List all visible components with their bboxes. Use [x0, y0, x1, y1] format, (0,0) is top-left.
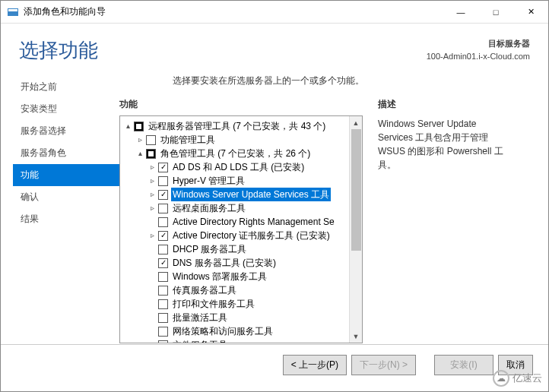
header: 选择功能 目标服务器 100-Admin01.i-x-Cloud.com: [1, 24, 548, 73]
tree-node[interactable]: 打印和文件服务工具: [120, 297, 362, 311]
expand-icon[interactable]: ▹: [148, 201, 157, 215]
checkbox[interactable]: [158, 286, 168, 296]
checkbox[interactable]: [146, 149, 156, 159]
tree-node-label: DNS 服务器工具 (已安装): [171, 256, 278, 270]
checkbox[interactable]: [158, 245, 168, 254]
expand-icon[interactable]: ▹: [148, 174, 157, 188]
tree-node[interactable]: ▹Active Directory 证书服务工具 (已安装): [120, 229, 362, 242]
checkbox[interactable]: [158, 231, 168, 241]
tree-node[interactable]: Windows 部署服务工具: [120, 270, 362, 283]
tree-node-label: DHCP 服务器工具: [171, 242, 248, 256]
tree-node[interactable]: ▹远程桌面服务工具: [120, 201, 362, 215]
checkbox[interactable]: [158, 327, 168, 337]
next-button[interactable]: 下一步(N) >: [351, 355, 416, 375]
nav-item-6[interactable]: 结果: [13, 208, 119, 230]
target-server-name: 100-Admin01.i-x-Cloud.com: [427, 50, 530, 63]
tree-node-label: 文件服务工具: [171, 338, 229, 343]
checkbox[interactable]: [158, 163, 168, 172]
wizard-nav: 开始之前安装类型服务器选择服务器角色功能确认结果: [13, 73, 119, 343]
checkbox[interactable]: [158, 190, 168, 200]
description-body: Windows Server Update Services 工具包含用于管理 …: [378, 117, 507, 172]
expand-icon[interactable]: ▴: [123, 119, 132, 133]
tree-scrollbar[interactable]: ▲ ▼: [349, 116, 362, 343]
tree-node-label: 角色管理工具 (7 个已安装，共 26 个): [159, 147, 312, 160]
tree-node-label: Windows Server Update Services 工具: [171, 188, 331, 201]
expand-icon[interactable]: ▹: [148, 160, 157, 174]
window-title: 添加角色和功能向导: [24, 5, 443, 18]
page-title: 选择功能: [19, 37, 98, 64]
tree-node-label: AD DS 和 AD LDS 工具 (已安装): [171, 160, 306, 174]
nav-item-2[interactable]: 服务器选择: [13, 120, 119, 142]
target-server-info: 目标服务器 100-Admin01.i-x-Cloud.com: [427, 37, 530, 62]
expand-icon[interactable]: ▴: [135, 147, 144, 160]
title-bar: 添加角色和功能向导 — □ ✕: [1, 1, 548, 24]
features-heading: 功能: [119, 98, 363, 111]
scroll-down-button[interactable]: ▼: [350, 330, 362, 343]
app-icon: [7, 6, 19, 18]
checkbox[interactable]: [158, 217, 168, 227]
tree-node-label: 远程服务器管理工具 (7 个已安装，共 43 个): [147, 119, 327, 133]
target-server-label: 目标服务器: [427, 37, 530, 50]
scroll-thumb[interactable]: [351, 129, 361, 251]
tree-node-label: Active Directory Rights Management Se: [171, 215, 336, 229]
tree-node[interactable]: ▴角色管理工具 (7 个已安装，共 26 个): [120, 147, 362, 160]
wizard-footer: < 上一步(P) 下一步(N) > 安装(I) 取消: [1, 344, 548, 391]
tree-node[interactable]: ▹功能管理工具: [120, 133, 362, 147]
tree-node[interactable]: DHCP 服务器工具: [120, 242, 362, 256]
watermark: ☁ 亿速云: [493, 370, 542, 387]
tree-node-label: 远程桌面服务工具: [171, 201, 247, 215]
description-heading: 描述: [378, 98, 507, 111]
instruction-text: 选择要安装在所选服务器上的一个或多个功能。: [173, 74, 536, 87]
tree-node-label: 批量激活工具: [171, 311, 229, 324]
tree-node[interactable]: ▹AD DS 和 AD LDS 工具 (已安装): [120, 160, 362, 174]
maximize-button[interactable]: □: [478, 1, 513, 24]
tree-node-label: 网络策略和访问服务工具: [171, 324, 274, 338]
tree-node[interactable]: ▹Hyper-V 管理工具: [120, 174, 362, 188]
checkbox[interactable]: [158, 176, 168, 186]
checkbox[interactable]: [158, 340, 168, 344]
tree-node[interactable]: ▹文件服务工具: [120, 338, 362, 343]
tree-node-label: 功能管理工具: [159, 133, 217, 147]
tree-node-label: 打印和文件服务工具: [171, 297, 256, 311]
expand-icon[interactable]: ▹: [148, 188, 157, 201]
tree-node[interactable]: ▹Windows Server Update Services 工具: [120, 188, 362, 201]
install-button[interactable]: 安装(I): [434, 355, 493, 375]
expand-icon[interactable]: ▹: [148, 229, 157, 242]
nav-item-4[interactable]: 功能: [13, 164, 119, 186]
watermark-text: 亿速云: [513, 371, 542, 385]
minimize-button[interactable]: —: [443, 1, 478, 24]
scroll-up-button[interactable]: ▲: [350, 116, 362, 129]
tree-node[interactable]: 批量激活工具: [120, 311, 362, 324]
tree-node[interactable]: 传真服务器工具: [120, 283, 362, 297]
checkbox[interactable]: [146, 135, 156, 145]
tree-node-label: Active Directory 证书服务工具 (已安装): [171, 229, 332, 242]
nav-item-5[interactable]: 确认: [13, 186, 119, 208]
nav-item-0[interactable]: 开始之前: [13, 76, 119, 98]
tree-node[interactable]: DNS 服务器工具 (已安装): [120, 256, 362, 270]
checkbox[interactable]: [158, 272, 168, 282]
nav-item-3[interactable]: 服务器角色: [13, 142, 119, 164]
checkbox[interactable]: [134, 122, 144, 131]
tree-node[interactable]: 网络策略和访问服务工具: [120, 324, 362, 338]
expand-icon[interactable]: ▹: [135, 133, 144, 147]
cloud-icon: ☁: [493, 370, 509, 387]
previous-button[interactable]: < 上一步(P): [283, 355, 347, 375]
tree-node[interactable]: Active Directory Rights Management Se: [120, 215, 362, 229]
tree-node-label: Hyper-V 管理工具: [171, 174, 246, 188]
checkbox[interactable]: [158, 204, 168, 213]
tree-node[interactable]: ▴远程服务器管理工具 (7 个已安装，共 43 个): [120, 119, 362, 133]
close-button[interactable]: ✕: [513, 1, 548, 24]
tree-node-label: Windows 部署服务工具: [171, 270, 268, 283]
features-tree[interactable]: ▴远程服务器管理工具 (7 个已安装，共 43 个)▹功能管理工具▴角色管理工具…: [119, 115, 363, 343]
expand-icon[interactable]: ▹: [148, 338, 157, 343]
nav-item-1[interactable]: 安装类型: [13, 98, 119, 120]
checkbox[interactable]: [158, 313, 168, 323]
svg-rect-1: [8, 9, 17, 11]
tree-node-label: 传真服务器工具: [171, 283, 238, 297]
checkbox[interactable]: [158, 299, 168, 309]
checkbox[interactable]: [158, 258, 168, 268]
